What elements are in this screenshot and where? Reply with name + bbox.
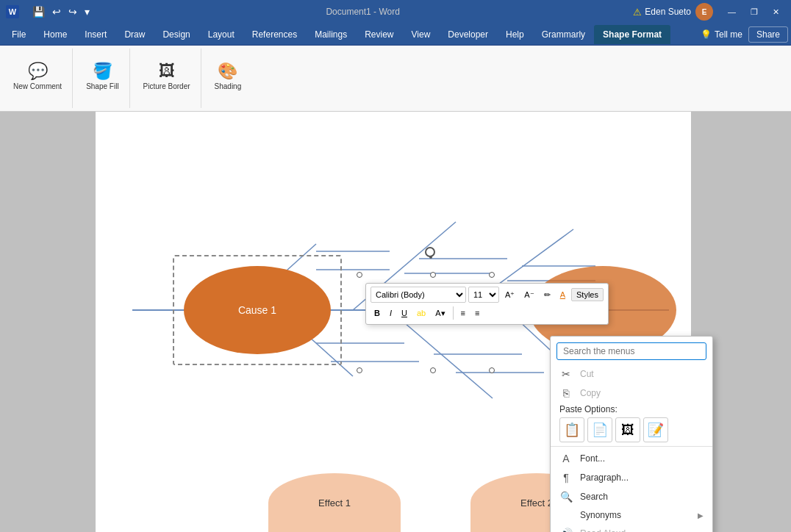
tab-draw[interactable]: Draw [115,25,154,44]
shading-button[interactable]: 🎨 Shading [210,50,246,101]
word-icon: W [6,5,19,18]
title-bar-left: W 💾 ↩ ↪ ▾ [6,4,93,19]
tab-review[interactable]: Review [356,25,402,44]
paragraph-icon: ¶ [559,472,573,484]
rotate-handle[interactable] [425,247,435,257]
bold-button[interactable]: B [371,305,384,321]
context-menu-search[interactable]: 🔍 Search [551,487,712,506]
ribbon-group-shapefill: 🪣 Shape Fill [79,48,129,108]
picture-border-icon: 🖼 [159,62,175,81]
context-menu-separator [551,446,712,447]
new-comment-button[interactable]: 💬 New Comment [9,50,66,101]
tab-view[interactable]: View [403,25,440,44]
context-menu-font[interactable]: A Font... [551,449,712,468]
paste-icon-1[interactable]: 📋 [559,417,584,442]
restore-button[interactable]: ❐ [745,6,764,18]
title-bar: W 💾 ↩ ↪ ▾ Document1 - Word ⚠ Eden Sueto … [0,0,791,24]
paste-icon-2[interactable]: 📄 [587,417,612,442]
context-menu-paragraph[interactable]: ¶ Paragraph... [551,468,712,487]
bullet-list-button[interactable]: ≡ [457,305,469,321]
selection-handle[interactable] [357,272,362,278]
share-button[interactable]: Share [748,26,788,43]
underline-button[interactable]: U [398,305,411,321]
paste-options-label: Paste Options: [559,404,704,414]
cause1-ellipse[interactable]: Cause 1 [184,266,331,354]
effect1-ellipse[interactable]: Effect 1 [268,473,401,532]
avatar: E [695,3,713,21]
new-comment-icon: 💬 [28,62,48,81]
tab-file[interactable]: File [3,25,35,44]
document-title: Document1 - Word [93,7,633,17]
tab-developer[interactable]: Developer [439,25,497,44]
mini-toolbar-row1: Calibri (Body) 11 A⁺ A⁻ ✏ A Styles [371,287,604,303]
context-menu-copy[interactable]: ⎘ Copy [551,384,712,403]
user-name: Eden Sueto [645,7,691,17]
font-name-select[interactable]: Calibri (Body) [371,287,466,303]
lightbulb-icon: 💡 [701,29,712,40]
ribbon-group-comment: 💬 New Comment [6,48,73,108]
context-menu-read-aloud[interactable]: 🔊 Read Aloud [551,524,712,532]
highlight-button[interactable]: ab [413,305,429,321]
customize-button[interactable]: ▾ [82,4,93,19]
selection-handle[interactable] [357,367,362,373]
redo-button[interactable]: ↪ [65,4,80,19]
font-size-select[interactable]: 11 [468,287,499,303]
shape-fill-button[interactable]: 🪣 Shape Fill [82,50,123,101]
cut-icon: ✂ [559,368,573,380]
paste-options-section: Paste Options: 📋 📄 🖼 📝 [551,403,712,444]
shrink-font-button[interactable]: A⁻ [520,287,537,303]
selection-handle[interactable] [430,272,436,278]
tab-grammarly[interactable]: Grammarly [533,25,594,44]
number-list-button[interactable]: ≡ [471,305,483,321]
styles-button[interactable]: Styles [571,288,604,301]
read-aloud-icon: 🔊 [559,528,573,532]
tab-layout[interactable]: Layout [199,25,243,44]
font-color-btn2[interactable]: A▾ [432,305,448,321]
italic-button[interactable]: I [386,305,396,321]
paste-icon-4[interactable]: 📝 [643,417,668,442]
font-color-button[interactable]: A [556,287,569,303]
search-menus-input[interactable] [556,342,706,360]
selection-handle[interactable] [430,367,436,373]
selection-handle[interactable] [489,272,495,278]
close-button[interactable]: ✕ [767,6,785,18]
tab-home[interactable]: Home [35,25,76,44]
user-section: Eden Sueto E [645,3,713,21]
paste-icon-3[interactable]: 🖼 [615,417,640,442]
ribbon-tab-bar: File Home Insert Draw Design Layout Refe… [0,24,791,46]
tell-me-button[interactable]: 💡 Tell me [695,28,748,41]
tab-shape-format[interactable]: Shape Format [594,25,670,44]
search-icon: 🔍 [559,491,573,503]
context-menu-cut[interactable]: ✂ Cut [551,364,712,384]
quick-access-toolbar: 💾 ↩ ↪ ▾ [29,4,93,19]
minimize-button[interactable]: — [722,6,742,18]
tab-references[interactable]: References [243,25,306,44]
grow-font-button[interactable]: A⁺ [501,287,518,303]
shape-fill-icon: 🪣 [93,62,112,81]
paste-icons-row: 📋 📄 🖼 📝 [559,417,704,442]
tab-mailings[interactable]: Mailings [306,25,356,44]
format-painter-button[interactable]: ✏ [540,287,554,303]
ribbon-tools: 💬 New Comment 🪣 Shape Fill 🖼 Picture Bor… [0,46,791,112]
picture-border-button[interactable]: 🖼 Picture Border [139,50,195,101]
selection-handle[interactable] [489,367,495,373]
document-area: Cause 1 Effect 1 Effect 2 Calibri (Body) [0,112,791,532]
shading-icon: 🎨 [218,62,237,81]
context-menu: ✂ Cut ⎘ Copy Paste Options: 📋 📄 🖼 📝 A Fo… [550,336,713,532]
tab-insert[interactable]: Insert [76,25,115,44]
warning-icon: ⚠ [633,7,642,18]
copy-icon: ⎘ [559,387,573,399]
ribbon-group-shapeborder: 🖼 Picture Border [136,48,201,108]
undo-button[interactable]: ↩ [49,4,64,19]
tab-design[interactable]: Design [154,25,198,44]
font-icon: A [559,453,573,464]
context-menu-synonyms[interactable]: Synonyms ▶ [551,506,712,524]
save-button[interactable]: 💾 [29,4,48,19]
ribbon-group-shading: 🎨 Shading [207,48,252,108]
mini-toolbar: Calibri (Body) 11 A⁺ A⁻ ✏ A Styles B I U… [365,283,609,325]
submenu-arrow-icon: ▶ [698,511,704,520]
tab-help[interactable]: Help [497,25,533,44]
title-bar-right: ⚠ Eden Sueto E — ❐ ✕ [633,3,785,21]
mini-toolbar-row2: B I U ab A▾ ≡ ≡ [371,305,604,321]
